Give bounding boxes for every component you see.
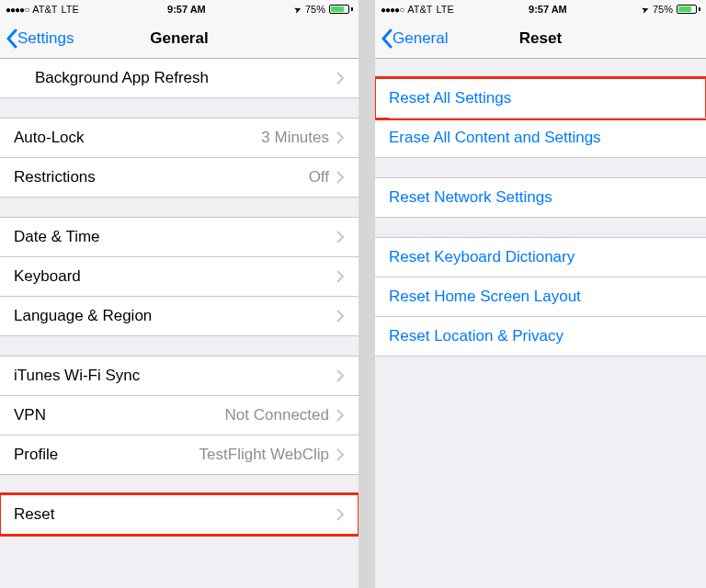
chevron-right-icon: [336, 508, 345, 521]
nav-bar: General Reset: [375, 18, 706, 59]
battery-pct: 75%: [653, 4, 673, 15]
chevron-right-icon: [336, 448, 345, 461]
location-icon: ➤: [640, 3, 650, 15]
vpn-value: Not Connected: [225, 406, 329, 424]
content: Background App Refresh Auto-Lock 3 Minut…: [0, 59, 359, 588]
carrier-label: AT&T: [32, 4, 57, 15]
row-background-app-refresh[interactable]: Background App Refresh: [0, 59, 359, 98]
row-reset-all-settings[interactable]: Reset All Settings: [375, 78, 706, 119]
back-label: General: [393, 29, 448, 48]
row-reset-location-privacy[interactable]: Reset Location & Privacy: [375, 316, 706, 356]
row-profile[interactable]: Profile TestFlight WebClip: [0, 435, 359, 475]
status-bar: ●●●●○ AT&T LTE 9:57 AM ➤ 75%: [0, 0, 359, 18]
back-button[interactable]: General: [375, 28, 448, 49]
row-reset-home-screen-layout[interactable]: Reset Home Screen Layout: [375, 277, 706, 317]
clock: 9:57 AM: [167, 4, 206, 15]
battery-pct: 75%: [305, 4, 325, 15]
battery-icon: [677, 5, 700, 14]
chevron-right-icon: [336, 310, 345, 322]
chevron-right-icon: [336, 131, 345, 144]
battery-icon: [329, 5, 353, 14]
profile-value: TestFlight WebClip: [199, 446, 329, 464]
restrictions-value: Off: [309, 168, 329, 187]
network-label: LTE: [437, 4, 454, 15]
row-restrictions[interactable]: Restrictions Off: [0, 157, 359, 198]
row-vpn[interactable]: VPN Not Connected: [0, 395, 359, 435]
content: Reset All Settings Erase All Content and…: [375, 59, 706, 588]
signal-dots-icon: ●●●●○: [381, 5, 404, 15]
chevron-left-icon: [381, 28, 393, 49]
screen-divider: [359, 0, 375, 588]
row-reset-network-settings[interactable]: Reset Network Settings: [375, 177, 706, 218]
chevron-right-icon: [336, 409, 345, 422]
row-reset-keyboard-dictionary[interactable]: Reset Keyboard Dictionary: [375, 237, 706, 277]
row-auto-lock[interactable]: Auto-Lock 3 Minutes: [0, 118, 359, 158]
back-button[interactable]: Settings: [0, 28, 74, 49]
network-label: LTE: [62, 4, 79, 15]
row-date-time[interactable]: Date & Time: [0, 217, 359, 257]
row-itunes-wifi-sync[interactable]: iTunes Wi-Fi Sync: [0, 356, 359, 396]
chevron-right-icon: [336, 270, 345, 283]
clock: 9:57 AM: [529, 4, 567, 15]
chevron-right-icon: [336, 231, 345, 243]
row-language-region[interactable]: Language & Region: [0, 296, 359, 336]
screen-general: ●●●●○ AT&T LTE 9:57 AM ➤ 75% Settings Ge…: [0, 0, 359, 588]
chevron-left-icon: [6, 28, 17, 49]
location-icon: ➤: [292, 3, 302, 15]
carrier-label: AT&T: [407, 4, 432, 15]
back-label: Settings: [17, 29, 74, 48]
row-keyboard[interactable]: Keyboard: [0, 256, 359, 297]
chevron-right-icon: [336, 72, 345, 85]
chevron-right-icon: [336, 171, 345, 184]
screen-reset: ●●●●○ AT&T LTE 9:57 AM ➤ 75% General Res…: [375, 0, 706, 588]
row-reset[interactable]: Reset: [0, 494, 359, 535]
nav-bar: Settings General: [0, 18, 359, 59]
signal-dots-icon: ●●●●○: [6, 5, 28, 15]
row-erase-all-content[interactable]: Erase All Content and Settings: [375, 118, 706, 158]
auto-lock-value: 3 Minutes: [261, 129, 329, 147]
status-bar: ●●●●○ AT&T LTE 9:57 AM ➤ 75%: [375, 0, 706, 18]
chevron-right-icon: [336, 369, 345, 382]
